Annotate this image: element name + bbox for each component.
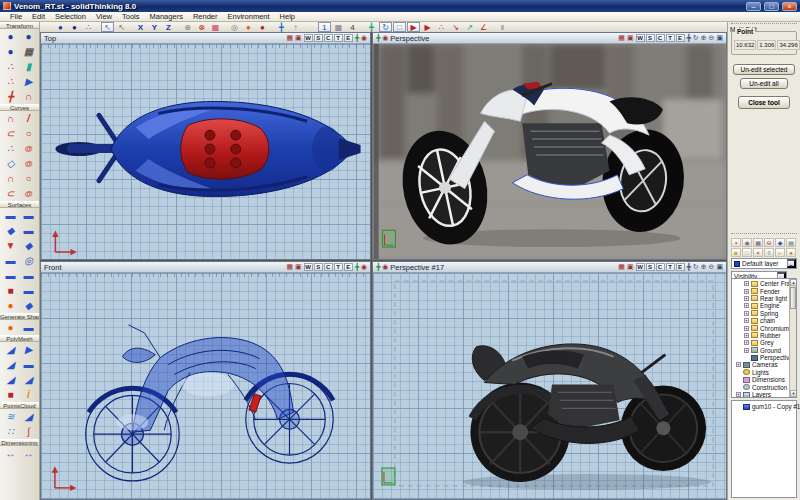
zoom-in-icon[interactable]: ⊕ — [701, 263, 707, 271]
display-mode-button[interactable]: T — [666, 263, 675, 271]
eraser-icon[interactable]: ◊ — [764, 248, 774, 257]
menu-item[interactable]: Selection — [50, 12, 91, 21]
tool-icon[interactable] — [2, 126, 20, 141]
tool-icon[interactable] — [20, 59, 38, 74]
tool-icon[interactable] — [2, 342, 20, 357]
fit-view-icon[interactable]: ▣ — [716, 263, 723, 271]
display-mode-button[interactable]: T — [666, 34, 675, 42]
render-mode-icon[interactable]: ▦ — [618, 263, 625, 271]
key-icon[interactable]: ⌐ — [775, 248, 785, 257]
viewport-canvas-top[interactable] — [41, 44, 370, 259]
tree-item[interactable]: Chromium — [732, 324, 796, 331]
tree-item[interactable]: Fender — [732, 287, 796, 294]
tree-scrollbar[interactable]: ▲ ▼ — [789, 279, 796, 397]
orbit-tool-icon[interactable]: ↻ — [379, 22, 392, 32]
tool-icon[interactable] — [20, 357, 38, 372]
menu-item[interactable]: Help — [275, 12, 300, 21]
display-mode-button[interactable]: C — [656, 263, 665, 271]
expand-icon[interactable] — [736, 392, 741, 397]
add-object-icon[interactable]: ▪ — [731, 238, 741, 247]
viewport-camera-icon[interactable]: ◉ — [382, 34, 388, 42]
tool-icon[interactable] — [20, 126, 38, 141]
no-entry-icon[interactable]: ⊖ — [764, 238, 774, 247]
tool-icon[interactable] — [20, 409, 38, 424]
tree-item[interactable]: Construction Planes — [732, 383, 796, 390]
close-tool-button[interactable]: Close tool — [738, 96, 790, 109]
pan-view-icon[interactable]: ╋ — [355, 263, 359, 271]
rotate-manipulator-icon[interactable]: ↘ — [449, 22, 462, 32]
render-settings-icon[interactable]: ▣ — [627, 34, 634, 42]
pause-icon[interactable]: ‖ — [496, 22, 509, 32]
tree-item[interactable]: Dimensions — [732, 376, 796, 383]
zoom-out-icon[interactable]: ⊖ — [709, 263, 715, 271]
torus-icon[interactable]: ◎ — [228, 22, 241, 32]
display-mode-button[interactable]: E — [344, 263, 353, 271]
tool-icon[interactable] — [2, 59, 20, 74]
tool-icon[interactable] — [20, 238, 38, 253]
scroll-up-icon[interactable]: ▲ — [790, 279, 797, 286]
tool-icon[interactable] — [2, 238, 20, 253]
tool-icon[interactable] — [20, 387, 38, 402]
tool-icon[interactable] — [2, 446, 20, 461]
viewport-axes-icon[interactable]: ╋ — [376, 34, 380, 42]
tool-icon[interactable] — [2, 268, 20, 283]
tool-icon[interactable] — [2, 171, 20, 186]
menu-item[interactable]: Environment — [223, 12, 275, 21]
molecule-icon[interactable]: ∴ — [82, 22, 95, 32]
orbit-view-icon[interactable]: ↻ — [693, 263, 699, 271]
tree-item[interactable]: Perspective #17 — [732, 354, 796, 361]
default-layer-combo[interactable]: Default layer ▼ — [731, 258, 797, 269]
panel-grip[interactable] — [731, 23, 797, 25]
close-button[interactable]: × — [782, 2, 797, 11]
expand-icon[interactable] — [744, 348, 749, 353]
display-mode-button[interactable]: E — [676, 34, 685, 42]
zoom-window-icon[interactable]: ⊕ — [181, 22, 194, 32]
tool-icon[interactable] — [2, 74, 20, 89]
fit-view-icon[interactable]: ▣ — [716, 34, 723, 42]
point-z-field[interactable]: 34.296 — [777, 40, 799, 50]
tool-icon[interactable] — [20, 223, 38, 238]
tool-icon[interactable] — [2, 223, 20, 238]
tool-icon[interactable] — [20, 89, 38, 104]
tool-icon[interactable] — [2, 208, 20, 223]
zoom-rect-tool-icon[interactable]: □ — [393, 22, 406, 32]
tree-item[interactable]: Rear light — [732, 295, 796, 302]
pan-view-icon[interactable]: ╋ — [687, 263, 691, 271]
display-mode-button[interactable]: W — [636, 263, 645, 271]
expand-icon[interactable] — [744, 289, 749, 294]
tool-icon[interactable] — [2, 283, 20, 298]
camera-view-icon[interactable]: ◉ — [361, 263, 367, 271]
tool-icon[interactable] — [20, 74, 38, 89]
delete-icon[interactable]: × — [753, 248, 763, 257]
display-mode-button[interactable]: S — [646, 34, 655, 42]
render-globe-mesh-icon[interactable]: ● — [68, 22, 81, 32]
scrollbar-thumb[interactable] — [790, 287, 796, 309]
display-mode-button[interactable]: W — [636, 34, 645, 42]
tree-item[interactable]: chain — [732, 317, 796, 324]
z-axis-button[interactable]: Z — [162, 22, 175, 32]
tool-icon[interactable] — [20, 342, 38, 357]
unedit-selected-button[interactable]: Un-edit selected — [733, 64, 795, 75]
lock-icon[interactable]: ● — [786, 248, 796, 257]
tool-icon[interactable] — [2, 320, 20, 335]
tool-icon[interactable] — [2, 372, 20, 387]
display-mode-button[interactable]: S — [646, 263, 655, 271]
display-mode-button[interactable]: E — [676, 263, 685, 271]
folder-icon[interactable]: ■ — [731, 248, 741, 257]
expand-icon[interactable] — [744, 318, 749, 323]
tree-item[interactable]: Center Frame — [732, 280, 796, 287]
tree-item[interactable]: Cameras — [732, 361, 796, 368]
tool-icon[interactable] — [20, 111, 38, 126]
tree-item[interactable]: Ground — [732, 347, 796, 354]
render-globe-icon[interactable]: ● — [54, 22, 67, 32]
display-mode-button[interactable]: S — [314, 263, 323, 271]
menu-item[interactable]: Edit — [27, 12, 50, 21]
display-mode-button[interactable]: C — [324, 34, 333, 42]
expand-icon[interactable] — [744, 340, 749, 345]
single-view-button[interactable]: 1 — [318, 22, 331, 32]
tree-item[interactable]: Rubber — [732, 332, 796, 339]
unedit-all-button[interactable]: Un-edit all — [740, 78, 788, 89]
x-axis-button[interactable]: X — [134, 22, 147, 32]
tree-item[interactable]: Lights — [732, 369, 796, 376]
tool-icon[interactable] — [20, 268, 38, 283]
